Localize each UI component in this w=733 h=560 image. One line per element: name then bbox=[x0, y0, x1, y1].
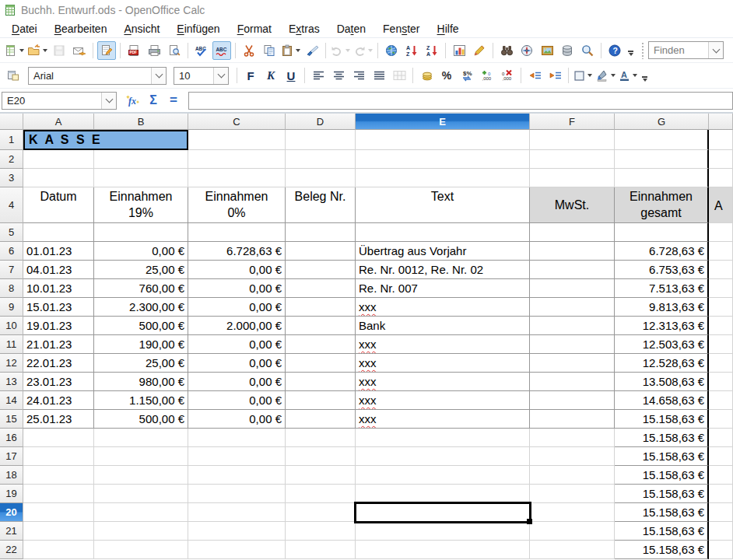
font-size-value[interactable]: 10 bbox=[174, 70, 213, 82]
copy-button[interactable] bbox=[260, 41, 279, 60]
cell-D6[interactable] bbox=[286, 242, 356, 261]
paste-button[interactable] bbox=[280, 41, 301, 60]
cell-F2[interactable] bbox=[530, 150, 615, 169]
bold-button[interactable]: F bbox=[241, 66, 260, 85]
cell-C21[interactable] bbox=[188, 522, 286, 541]
cell-C10[interactable]: 2.000,00 € bbox=[188, 317, 286, 335]
cell-G14[interactable]: 14.658,63 € bbox=[615, 391, 709, 410]
export-pdf-button[interactable]: PDF bbox=[125, 41, 143, 60]
hyperlink-button[interactable] bbox=[382, 41, 401, 60]
sort-ascending-button[interactable]: A Z bbox=[402, 41, 421, 60]
cell-E4[interactable]: Text bbox=[356, 187, 530, 223]
cell-F5[interactable] bbox=[530, 223, 615, 242]
cell-B12[interactable]: 25,00 € bbox=[94, 354, 188, 373]
open-dropdown-arrow[interactable] bbox=[43, 49, 47, 52]
row-header-12[interactable]: 12 bbox=[0, 354, 23, 373]
cell-C18[interactable] bbox=[188, 466, 286, 485]
standard-format-button[interactable]: $% bbox=[458, 66, 476, 85]
cell-F10[interactable] bbox=[530, 317, 615, 335]
cell-E11[interactable]: xxx bbox=[356, 335, 530, 354]
select-all-corner[interactable] bbox=[0, 114, 23, 130]
cell-E15[interactable]: xxx bbox=[356, 410, 530, 429]
cell-G2[interactable] bbox=[615, 150, 709, 169]
column-header-F[interactable]: F bbox=[530, 114, 615, 130]
cell-B15[interactable]: 500,00 € bbox=[94, 410, 188, 429]
cell-G1[interactable] bbox=[615, 130, 709, 150]
cell-D22[interactable] bbox=[286, 541, 356, 559]
draw-functions-button[interactable] bbox=[470, 41, 489, 60]
cell-H17[interactable] bbox=[709, 447, 733, 466]
cell-D11[interactable] bbox=[286, 335, 356, 354]
name-box-dropdown[interactable] bbox=[101, 93, 116, 109]
cell-D17[interactable] bbox=[286, 447, 356, 466]
cell-E16[interactable] bbox=[356, 429, 530, 447]
font-size-combo[interactable]: 10 bbox=[174, 67, 229, 85]
cell-D15[interactable] bbox=[286, 410, 356, 429]
find-toolbar-combo[interactable]: Finden bbox=[648, 41, 724, 59]
cell-H22[interactable] bbox=[709, 541, 733, 559]
align-left-button[interactable] bbox=[309, 66, 328, 85]
row-header-19[interactable]: 19 bbox=[0, 485, 23, 503]
cell-B11[interactable]: 190,00 € bbox=[94, 335, 188, 354]
cell-D20[interactable] bbox=[286, 503, 356, 522]
cell-E5[interactable] bbox=[356, 223, 530, 242]
row-header-9[interactable]: 9 bbox=[0, 298, 23, 317]
cell-E19[interactable] bbox=[356, 485, 530, 503]
cell-G10[interactable]: 12.313,63 € bbox=[615, 317, 709, 335]
navigator-button[interactable] bbox=[517, 41, 536, 60]
row-header-18[interactable]: 18 bbox=[0, 466, 23, 485]
font-name-combo[interactable]: Arial bbox=[28, 67, 167, 85]
cell-F14[interactable] bbox=[530, 391, 615, 410]
cell-D2[interactable] bbox=[286, 150, 356, 169]
row-header-14[interactable]: 14 bbox=[0, 391, 23, 410]
cell-C3[interactable] bbox=[188, 169, 286, 187]
row-header-20[interactable]: 20 bbox=[0, 503, 23, 522]
font-size-dropdown[interactable] bbox=[213, 68, 228, 84]
cell-B8[interactable]: 760,00 € bbox=[94, 279, 188, 298]
cell-C9[interactable]: 0,00 € bbox=[188, 298, 286, 317]
cell-C19[interactable] bbox=[188, 485, 286, 503]
align-justify-button[interactable] bbox=[370, 66, 388, 85]
cell-F4[interactable]: MwSt. bbox=[530, 187, 615, 223]
cell-H12[interactable] bbox=[709, 354, 733, 373]
format-paintbrush-button[interactable] bbox=[303, 41, 321, 60]
cell-H8[interactable] bbox=[709, 279, 733, 298]
cell-G11[interactable]: 12.503,63 € bbox=[615, 335, 709, 354]
cell-B18[interactable] bbox=[94, 466, 188, 485]
font-name-dropdown[interactable] bbox=[151, 68, 166, 84]
cell-C2[interactable] bbox=[188, 150, 286, 169]
borders-button[interactable] bbox=[573, 66, 593, 85]
auto-spellcheck-button[interactable]: ABC bbox=[212, 41, 231, 60]
cell-D19[interactable] bbox=[286, 485, 356, 503]
sum-button[interactable]: Σ bbox=[143, 91, 163, 110]
column-header-D[interactable]: D bbox=[286, 114, 356, 130]
cell-A11[interactable]: 21.01.23 bbox=[23, 335, 94, 354]
font-color-button[interactable]: A bbox=[618, 66, 638, 85]
cell-H6[interactable] bbox=[709, 242, 733, 261]
cell-B6[interactable]: 0,00 € bbox=[94, 242, 188, 261]
cell-D9[interactable] bbox=[286, 298, 356, 317]
cell-F11[interactable] bbox=[530, 335, 615, 354]
cell-B4[interactable]: Einnahmen 19% bbox=[94, 187, 188, 223]
cell-H16[interactable] bbox=[709, 429, 733, 447]
selected-cell-outline[interactable] bbox=[354, 502, 531, 523]
row-header-17[interactable]: 17 bbox=[0, 447, 23, 466]
row-header-16[interactable]: 16 bbox=[0, 429, 23, 447]
cell-D4[interactable]: Beleg Nr. bbox=[286, 187, 356, 223]
cell-G3[interactable] bbox=[615, 169, 709, 187]
menu-format[interactable]: Format bbox=[229, 20, 280, 37]
column-header-B[interactable]: B bbox=[94, 114, 188, 130]
row-header-3[interactable]: 3 bbox=[0, 169, 23, 187]
row-header-7[interactable]: 7 bbox=[0, 261, 23, 279]
background-color-button[interactable] bbox=[594, 66, 616, 85]
cell-H9[interactable] bbox=[709, 298, 733, 317]
cell-E13[interactable]: xxx bbox=[356, 373, 530, 391]
align-right-button[interactable] bbox=[349, 66, 368, 85]
cell-C4[interactable]: Einnahmen 0% bbox=[188, 187, 286, 223]
cell-E3[interactable] bbox=[356, 169, 530, 187]
cell-E21[interactable] bbox=[356, 522, 530, 541]
cell-G20[interactable]: 15.158,63 € bbox=[615, 503, 709, 522]
paste-dropdown-arrow[interactable] bbox=[296, 49, 300, 52]
cell-F20[interactable] bbox=[530, 503, 615, 522]
cell-E6[interactable]: Übertrag aus Vorjahr bbox=[356, 242, 530, 261]
